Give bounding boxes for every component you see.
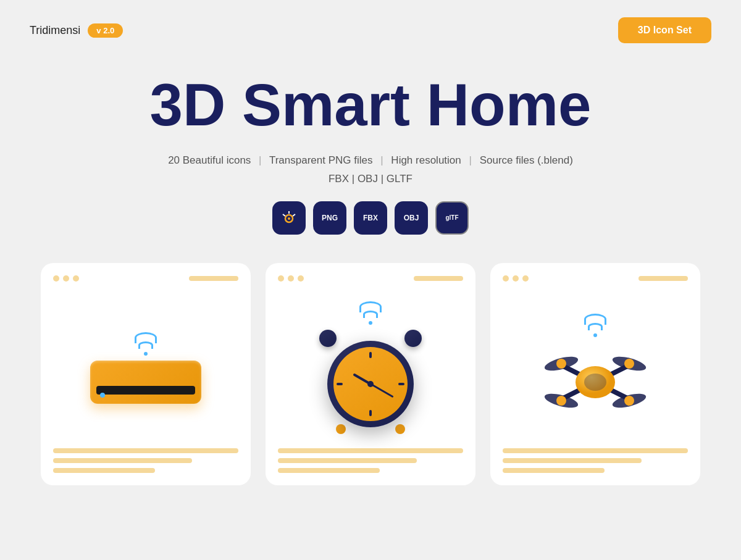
card-drone-topline — [638, 276, 688, 281]
card-drone — [490, 263, 700, 485]
tick-9 — [337, 383, 343, 385]
ac-unit — [90, 361, 201, 404]
card-ac — [41, 263, 251, 485]
card-ac-icon — [53, 294, 238, 442]
hero-subtitle: 20 Beautiful icons | Transparent PNG fil… — [30, 151, 711, 189]
alarm-clock — [319, 330, 422, 434]
bell-left — [319, 330, 337, 347]
wifi-dot — [144, 352, 148, 356]
foot-left — [336, 424, 346, 434]
brand-area: Tridimensi v 2.0 — [30, 23, 123, 38]
tick-12 — [369, 352, 372, 358]
dot3 — [298, 275, 304, 282]
cards-section — [0, 263, 741, 485]
card-ac-topline — [189, 276, 238, 281]
card-drone-lines — [503, 448, 688, 473]
badge-gltf-label: glTF — [445, 214, 458, 221]
svg-line-4 — [283, 214, 285, 216]
card-clock-topline — [414, 276, 463, 281]
wifi-signal-ac — [135, 332, 157, 356]
sep1: | — [259, 154, 261, 166]
line-full — [53, 448, 238, 453]
clock-face — [333, 347, 408, 421]
card-clock-lines — [278, 448, 463, 473]
subtitle-png: Transparent PNG files — [269, 154, 373, 166]
clock-body — [327, 341, 414, 427]
ac-indicator — [100, 393, 105, 398]
line-med — [278, 458, 417, 463]
bell-right — [404, 330, 422, 347]
header: Tridimensi v 2.0 3D Icon Set — [0, 0, 741, 56]
card-drone-icon — [503, 294, 688, 442]
cta-button[interactable]: 3D Icon Set — [618, 17, 711, 43]
dot1 — [53, 275, 59, 282]
sep3: | — [469, 154, 472, 166]
card-clock — [266, 263, 475, 485]
badge-fbx-label: FBX — [363, 214, 378, 222]
format-badges: PNG FBX OBJ glTF — [30, 201, 711, 235]
line-full — [503, 448, 688, 453]
card-ac-dots — [53, 275, 79, 282]
line-short — [53, 468, 155, 473]
subtitle-res: High resolution — [391, 154, 461, 166]
dot1 — [503, 275, 509, 282]
tick-6 — [369, 410, 372, 416]
card-clock-top — [278, 275, 463, 282]
badge-png-label: PNG — [322, 214, 338, 222]
dot1 — [278, 275, 284, 282]
svg-point-16 — [584, 374, 606, 391]
svg-point-13 — [556, 396, 566, 406]
wifi-dot — [593, 333, 597, 337]
wifi-signal-drone — [584, 314, 606, 337]
minute-hand — [370, 383, 393, 398]
wifi-arc-medium — [138, 341, 153, 349]
line-short — [503, 468, 605, 473]
card-ac-lines — [53, 448, 238, 473]
tick-3 — [398, 383, 404, 385]
wifi-dot — [369, 321, 372, 325]
badge-obj-label: OBJ — [404, 214, 419, 222]
card-ac-top — [53, 275, 238, 282]
card-clock-icon — [278, 294, 463, 442]
dot2 — [513, 275, 519, 282]
line-full — [278, 448, 463, 453]
badge-fbx: FBX — [354, 201, 387, 235]
version-badge: v 2.0 — [88, 23, 123, 38]
svg-line-3 — [293, 214, 295, 216]
badge-gltf: glTF — [435, 201, 469, 235]
wifi-arc-medium — [363, 311, 378, 318]
brand-name: Tridimensi — [30, 24, 80, 37]
dot3 — [73, 275, 79, 282]
clock-bells — [319, 330, 422, 347]
drone-svg — [534, 342, 657, 422]
line-short — [278, 468, 380, 473]
dot3 — [522, 275, 529, 282]
card-drone-top — [503, 275, 688, 282]
ac-body — [90, 361, 201, 404]
sep2: | — [380, 154, 383, 166]
ac-icon-container — [90, 332, 201, 404]
clock-icon-container — [319, 301, 422, 434]
svg-point-14 — [624, 396, 634, 406]
subtitle-source: Source files (.blend) — [480, 154, 573, 166]
ac-vent — [96, 386, 195, 395]
dot2 — [288, 275, 294, 282]
card-clock-dots — [278, 275, 304, 282]
badge-obj: OBJ — [395, 201, 428, 235]
hero-section: 3D Smart Home 20 Beautiful icons | Trans… — [0, 56, 741, 263]
subtitle-icons: 20 Beautiful icons — [168, 154, 251, 166]
line-med — [53, 458, 192, 463]
badge-blender — [272, 201, 306, 235]
drone-icon-container — [534, 314, 657, 422]
dot2 — [63, 275, 69, 282]
foot-right — [395, 424, 405, 434]
subtitle-formats: FBX | OBJ | GLTF — [329, 173, 412, 185]
badge-png: PNG — [313, 201, 346, 235]
svg-point-11 — [556, 359, 566, 369]
svg-point-12 — [624, 359, 634, 369]
svg-point-1 — [288, 217, 290, 220]
line-med — [503, 458, 642, 463]
wifi-signal-clock — [359, 301, 382, 325]
card-drone-dots — [503, 275, 529, 282]
wifi-arc-medium — [588, 323, 603, 330]
